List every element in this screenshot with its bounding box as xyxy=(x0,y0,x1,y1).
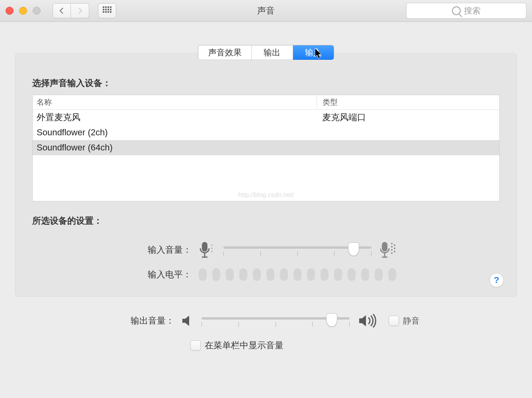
speaker-low-icon xyxy=(182,315,193,327)
window-zoom-button xyxy=(33,7,41,15)
table-row[interactable]: Soundflower (2ch) xyxy=(33,125,499,140)
meter-segment xyxy=(375,268,383,281)
table-row[interactable]: 外置麦克风麦克风端口 xyxy=(33,110,499,125)
help-button[interactable]: ? xyxy=(489,273,504,287)
search-field[interactable]: 搜索 xyxy=(406,3,526,19)
meter-segment xyxy=(199,268,207,281)
table-row[interactable]: Soundflower (64ch) xyxy=(33,140,499,155)
meter-segment xyxy=(212,268,220,281)
output-area: 输出音量： 静音 xyxy=(15,312,517,351)
mic-high-icon xyxy=(380,241,396,259)
svg-point-9 xyxy=(391,243,393,244)
chevron-right-icon xyxy=(77,7,83,14)
nav-buttons xyxy=(53,3,89,18)
input-level-label: 输入电平： xyxy=(32,269,199,281)
table-body: 外置麦克风麦克风端口Soundflower (2ch)Soundflower (… xyxy=(33,110,499,155)
input-level-row: 输入电平： xyxy=(32,268,500,281)
device-table: 名称 类型 外置麦克风麦克风端口Soundflower (2ch)Soundfl… xyxy=(32,95,500,201)
tab-bar: 声音效果 输出 输入 xyxy=(198,45,334,60)
titlebar: 声音 搜索 xyxy=(0,0,532,22)
svg-rect-6 xyxy=(382,242,387,252)
meter-segment xyxy=(239,268,247,281)
svg-point-11 xyxy=(391,249,393,251)
meter-segment xyxy=(321,268,329,281)
grid-icon xyxy=(103,6,111,15)
svg-point-4 xyxy=(211,248,213,249)
meter-segment xyxy=(266,268,274,281)
input-volume-row: 输入音量： xyxy=(32,241,500,259)
svg-point-12 xyxy=(391,252,393,254)
tab-input[interactable]: 输入 xyxy=(293,45,334,60)
table-header: 名称 类型 xyxy=(33,95,499,110)
mute-checkbox[interactable] xyxy=(389,316,399,326)
device-type-cell: 麦克风端口 xyxy=(317,111,499,123)
svg-point-14 xyxy=(394,248,395,249)
column-header-type[interactable]: 类型 xyxy=(317,97,499,107)
meter-segment xyxy=(280,268,288,281)
tab-output[interactable]: 输出 xyxy=(251,45,292,60)
window-minimize-button[interactable] xyxy=(19,7,27,15)
forward-button[interactable] xyxy=(71,3,89,18)
meter-segment xyxy=(388,268,396,281)
svg-point-13 xyxy=(394,244,395,246)
input-volume-label: 输入音量： xyxy=(32,244,199,256)
search-placeholder: 搜索 xyxy=(464,5,481,16)
input-volume-slider[interactable] xyxy=(223,242,372,258)
menubar-label: 在菜单栏中显示音量 xyxy=(205,339,284,351)
traffic-lights xyxy=(6,7,41,15)
settings-label: 所选设备的设置： xyxy=(32,215,500,227)
output-volume-label: 输出音量： xyxy=(15,315,182,327)
svg-point-3 xyxy=(211,244,213,246)
input-level-meter xyxy=(199,268,396,281)
slider-thumb[interactable] xyxy=(326,313,337,327)
chevron-left-icon xyxy=(59,7,65,14)
mute-control[interactable]: 静音 xyxy=(389,315,420,326)
meter-segment xyxy=(253,268,261,281)
svg-point-5 xyxy=(211,251,213,252)
meter-segment xyxy=(226,268,234,281)
menubar-checkbox[interactable] xyxy=(190,340,201,351)
meter-segment xyxy=(348,268,356,281)
mic-low-icon xyxy=(199,241,215,259)
device-name-cell: Soundflower (2ch) xyxy=(33,127,317,138)
output-volume-slider[interactable] xyxy=(201,312,350,329)
meter-segment xyxy=(334,268,342,281)
device-name-cell: 外置麦克风 xyxy=(33,111,317,123)
cursor-icon xyxy=(315,48,323,59)
meter-segment xyxy=(293,268,301,281)
search-icon xyxy=(452,6,461,15)
menubar-volume-row: 在菜单栏中显示音量 xyxy=(15,339,517,351)
window-close-button[interactable] xyxy=(6,7,14,15)
content-area: 声音效果 输出 输入 选择声音输入设备： 名称 类型 外置麦克风麦克风端口Sou… xyxy=(0,45,532,351)
svg-point-10 xyxy=(391,246,393,248)
input-volume-controls xyxy=(199,241,396,259)
output-volume-row: 输出音量： 静音 xyxy=(15,312,517,329)
speaker-high-icon xyxy=(358,314,378,328)
mute-label: 静音 xyxy=(403,315,420,326)
device-name-cell: Soundflower (64ch) xyxy=(33,142,317,153)
back-button[interactable] xyxy=(53,3,71,18)
tab-sound-effects[interactable]: 声音效果 xyxy=(198,45,251,60)
svg-point-15 xyxy=(394,251,395,252)
svg-rect-0 xyxy=(202,242,207,252)
meter-segment xyxy=(307,268,315,281)
input-section-label: 选择声音输入设备： xyxy=(32,77,500,89)
column-header-name[interactable]: 名称 xyxy=(33,95,317,109)
meter-segment xyxy=(361,268,369,281)
slider-thumb[interactable] xyxy=(348,242,359,256)
show-all-button[interactable] xyxy=(98,3,116,18)
input-panel: 选择声音输入设备： 名称 类型 外置麦克风麦克风端口Soundflower (2… xyxy=(15,53,517,297)
watermark-text: http://blog.csdn.net/ xyxy=(33,191,499,199)
